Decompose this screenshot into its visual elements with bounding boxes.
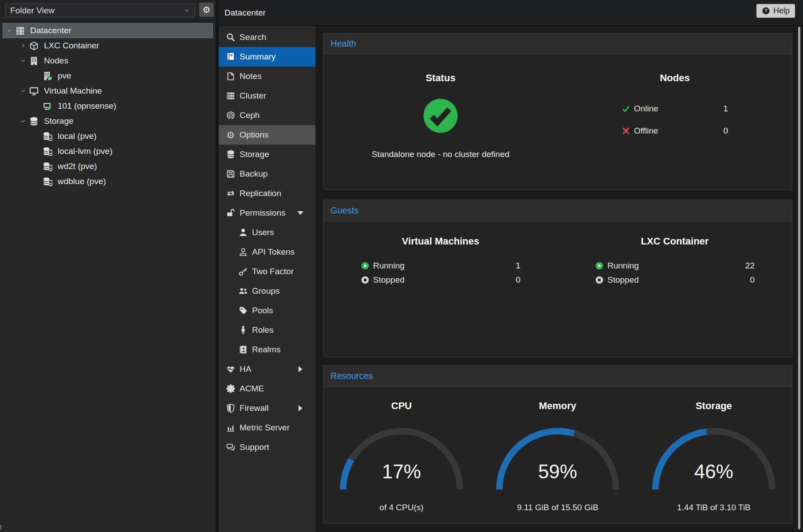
database-icon	[29, 116, 39, 126]
db-drive-icon	[43, 131, 53, 142]
nav-item-realms[interactable]: Realms	[219, 340, 315, 359]
tree-item-virtual-machine[interactable]: Virtual Machine	[3, 83, 213, 99]
gauge-column-storage: Storage46%1.44 TiB of 3.10 TiB	[636, 387, 792, 512]
nav-item-support[interactable]: Support	[219, 437, 315, 457]
panel-splitter[interactable]	[216, 0, 219, 532]
tree-item-wd2t-pve[interactable]: wd2t (pve)	[3, 159, 213, 174]
tree-item-storage[interactable]: Storage	[3, 114, 213, 129]
gauge-heading: Memory	[539, 400, 576, 412]
nav-item-cluster[interactable]: Cluster	[219, 86, 315, 106]
lxc-running-row: Running 22	[595, 260, 755, 272]
tag-icon	[238, 306, 248, 315]
tree-item-local-lvm-pve[interactable]: local-lvm (pve)	[3, 144, 213, 159]
nav-item-groups[interactable]: Groups	[219, 281, 315, 301]
view-mode-select[interactable]: Folder View	[5, 4, 195, 17]
search-icon	[226, 32, 236, 42]
monitor-play-icon	[43, 101, 53, 111]
shield-icon	[226, 403, 236, 413]
lxc-running-value: 22	[745, 261, 755, 271]
nav-item-label: Backup	[240, 169, 268, 179]
vm-heading: Virtual Machines	[361, 236, 520, 247]
chevron-down-icon	[6, 28, 12, 34]
main-scrollbar-thumb[interactable]	[798, 27, 800, 529]
cluster-icon	[226, 91, 236, 101]
lxc-block: LXC Container Running 22 Stopped 0	[595, 221, 755, 286]
tree-caret-down[interactable]	[20, 118, 29, 124]
monitor-icon	[29, 86, 39, 96]
cross-icon	[622, 126, 630, 135]
gauge-cpu: 17%	[337, 427, 466, 493]
nav-item-label: Ceph	[240, 110, 260, 120]
tree-caret-down[interactable]	[20, 88, 29, 94]
nav-item-replication[interactable]: Replication	[219, 184, 315, 203]
gauge-arc	[649, 427, 778, 493]
nav-item-permissions[interactable]: Permissions	[219, 203, 315, 223]
tree-item-lxc-container[interactable]: LXC Container	[3, 38, 213, 53]
book-icon	[226, 52, 236, 62]
nav-item-label: Summary	[240, 52, 276, 62]
vm-running-value: 1	[516, 261, 520, 271]
comments-icon	[226, 442, 236, 452]
tree-settings-button[interactable]: ⚙	[199, 3, 214, 17]
stop-circle-icon	[361, 276, 370, 284]
nav-item-storage[interactable]: Storage	[219, 145, 315, 164]
datacenter-nav: SearchSummaryNotesClusterCeph⚙OptionsSto…	[219, 26, 315, 457]
nav-item-search[interactable]: Search	[219, 28, 315, 47]
gear-icon: ⚙	[226, 130, 236, 140]
heartbeat-icon	[226, 364, 236, 374]
tree-item-datacenter[interactable]: Datacenter	[3, 23, 213, 38]
database-icon	[226, 150, 236, 159]
online-value: 1	[723, 104, 728, 114]
nav-item-metric-server[interactable]: Metric Server	[219, 418, 315, 437]
health-panel: Health Status Standalone node - no clust…	[323, 33, 792, 190]
nav-item-notes[interactable]: Notes	[219, 67, 315, 86]
tree-caret-down[interactable]	[20, 58, 29, 64]
nav-item-two-factor[interactable]: Two Factor	[219, 262, 315, 281]
nav-item-users[interactable]: Users	[219, 223, 315, 242]
nav-item-acme[interactable]: ACME	[219, 379, 315, 398]
nav-item-label: Firewall	[240, 403, 268, 413]
tree-item-101-opnsense[interactable]: 101 (opnsense)	[3, 99, 213, 114]
chevron-right-icon	[20, 43, 26, 49]
nav-item-pools[interactable]: Pools	[219, 301, 315, 320]
nav-item-ha[interactable]: HA	[219, 359, 315, 379]
user-icon	[238, 228, 248, 237]
tree-item-pve[interactable]: pve	[3, 68, 213, 83]
nav-item-label: Roles	[252, 325, 274, 335]
nav-item-firewall[interactable]: Firewall	[219, 398, 315, 418]
corner-accent	[0, 525, 1, 529]
nav-item-label: Replication	[240, 189, 281, 198]
nav-item-label: Two Factor	[252, 267, 294, 276]
nav-item-roles[interactable]: Roles	[219, 320, 315, 340]
gauge-percent: 46%	[649, 461, 778, 483]
gauge-heading: CPU	[391, 400, 412, 412]
tree-caret-right[interactable]	[20, 43, 29, 49]
tree-item-wdblue-pve[interactable]: wdblue (pve)	[3, 174, 213, 189]
db-drive-icon	[43, 146, 53, 157]
offline-value: 0	[723, 126, 728, 136]
tree-item-local-pve[interactable]: local (pve)	[3, 129, 213, 144]
address-book-icon	[238, 345, 248, 355]
nav-item-summary[interactable]: Summary	[219, 47, 315, 67]
nav-item-api-tokens[interactable]: API Tokens	[219, 242, 315, 262]
nav-item-options[interactable]: ⚙Options	[219, 125, 315, 145]
help-button[interactable]: Help	[756, 4, 795, 18]
health-title: Health	[331, 39, 356, 49]
gauge-percent: 17%	[337, 461, 466, 483]
key-icon	[238, 267, 248, 276]
tree-caret-down[interactable]	[6, 28, 15, 34]
tree-item-nodes[interactable]: Nodes	[3, 53, 213, 68]
guests-title: Guests	[331, 205, 358, 216]
check-icon	[622, 104, 630, 113]
nav-item-ceph[interactable]: Ceph	[219, 106, 315, 125]
nav-item-label: Options	[240, 130, 268, 140]
nav-item-backup[interactable]: Backup	[219, 164, 315, 184]
chart-icon	[226, 423, 236, 433]
nav-item-label: Metric Server	[240, 423, 290, 433]
nav-item-label: Groups	[252, 286, 279, 296]
nav-item-label: Support	[240, 442, 269, 452]
building-icon	[29, 56, 39, 66]
health-header: Health	[323, 33, 792, 55]
question-circle-icon	[762, 7, 770, 15]
ceph-icon	[226, 110, 236, 120]
